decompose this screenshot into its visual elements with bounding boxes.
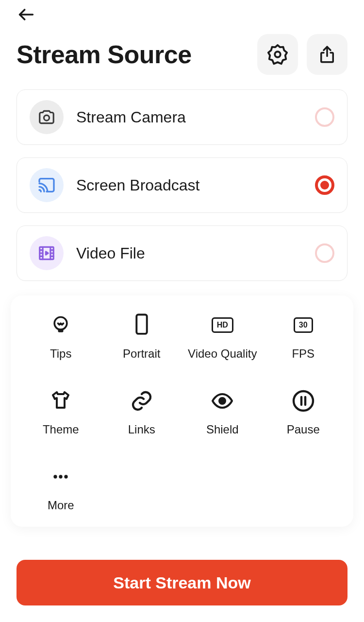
svg-point-21	[59, 475, 63, 478]
source-label: Screen Broadcast	[76, 176, 315, 194]
svg-point-1	[275, 52, 281, 57]
option-portrait[interactable]: Portrait	[101, 313, 182, 361]
lightbulb-icon	[49, 313, 73, 337]
option-label: More	[48, 499, 74, 512]
radio-video-file[interactable]	[315, 243, 334, 263]
option-pause[interactable]: Pause	[263, 389, 344, 436]
link-icon	[130, 389, 154, 413]
film-icon	[30, 236, 64, 270]
source-item-video-file[interactable]: Video File	[17, 225, 347, 281]
page-title: Stream Source	[17, 40, 192, 69]
option-label: Video Quality	[188, 347, 257, 361]
option-label: FPS	[292, 347, 314, 361]
share-button[interactable]	[307, 34, 347, 75]
svg-point-17	[294, 391, 313, 411]
option-label: Pause	[287, 423, 320, 436]
option-shield[interactable]: Shield	[182, 389, 263, 436]
svg-point-16	[219, 398, 225, 404]
camera-icon	[30, 100, 64, 134]
options-card: Tips Portrait HD Video Quality 30 FPS Th…	[11, 295, 353, 527]
svg-rect-15	[136, 315, 147, 334]
portrait-icon	[130, 313, 154, 337]
shirt-icon	[49, 389, 73, 413]
option-label: Tips	[50, 347, 71, 361]
share-icon	[317, 44, 337, 65]
option-fps[interactable]: 30 FPS	[263, 313, 344, 361]
radio-broadcast[interactable]	[315, 175, 334, 195]
option-label: Theme	[43, 423, 79, 436]
svg-point-20	[54, 475, 57, 478]
eye-icon	[210, 389, 234, 413]
source-label: Stream Camera	[76, 108, 315, 126]
option-label: Links	[128, 423, 155, 436]
option-label: Portrait	[123, 347, 160, 361]
option-theme[interactable]: Theme	[20, 389, 101, 436]
start-stream-button[interactable]: Start Stream Now	[17, 560, 347, 605]
svg-point-22	[65, 475, 68, 478]
back-button[interactable]	[17, 5, 36, 24]
source-item-camera[interactable]: Stream Camera	[17, 89, 347, 145]
more-icon	[49, 465, 73, 489]
arrow-left-icon	[17, 5, 36, 24]
fps-icon: 30	[291, 313, 315, 337]
svg-point-3	[44, 115, 49, 121]
settings-button[interactable]	[257, 34, 298, 75]
cast-icon	[30, 168, 64, 202]
source-item-broadcast[interactable]: Screen Broadcast	[17, 157, 347, 213]
radio-camera[interactable]	[315, 107, 334, 127]
option-more[interactable]: More	[20, 465, 101, 512]
svg-marker-13	[46, 252, 48, 255]
pause-icon	[291, 389, 315, 413]
option-video-quality[interactable]: HD Video Quality	[182, 313, 263, 361]
hd-icon: HD	[210, 313, 234, 337]
option-label: Shield	[206, 423, 239, 436]
source-label: Video File	[76, 244, 315, 262]
option-tips[interactable]: Tips	[20, 313, 101, 361]
gear-icon	[266, 43, 289, 66]
option-links[interactable]: Links	[101, 389, 182, 436]
